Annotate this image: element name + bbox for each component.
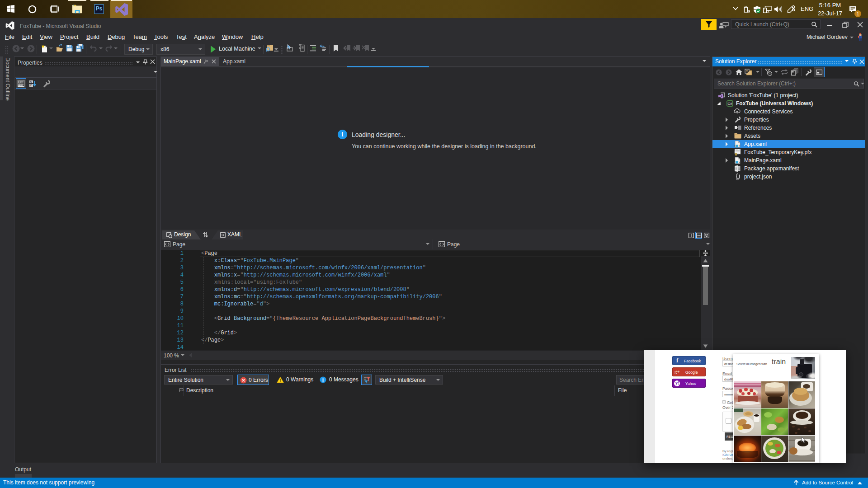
svg-text:Z: Z [30,84,32,87]
svg-text:A: A [30,80,32,83]
svg-text:C#: C# [728,102,733,106]
